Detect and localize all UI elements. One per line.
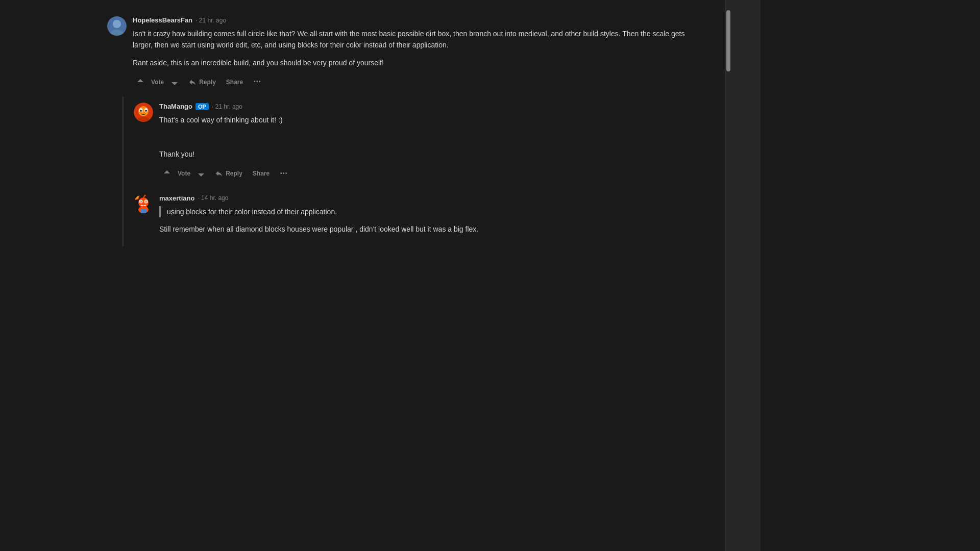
reply-button-thamango[interactable]: Reply [211, 166, 247, 181]
comment-maxertiano: 😊 maxertiano · 14 hr. ago using blocks f… [134, 188, 704, 246]
blockquote-maxertiano: using blocks for their color instead of … [159, 206, 704, 217]
downvote-button-thamango[interactable] [193, 167, 209, 180]
comment-thread: HopelessBearsFan · 21 hr. ago Isn't it c… [107, 10, 704, 246]
downvote-icon [170, 78, 179, 87]
share-button-hopeless[interactable]: Share [222, 76, 247, 89]
scrollbar-thumb[interactable] [726, 10, 730, 71]
more-options-icon: ··· [253, 77, 261, 87]
reply-icon [215, 169, 223, 178]
nested-comment-maxertiano: 😊 maxertiano · 14 hr. ago using blocks f… [122, 188, 704, 246]
avatar-maxertiano: 😊 [134, 194, 153, 214]
svg-point-17 [140, 201, 141, 202]
comment-header-hopeless: HopelessBearsFan · 21 hr. ago [133, 16, 704, 24]
comment-actions-thamango: Vote Reply [159, 165, 704, 182]
upvote-icon [136, 78, 145, 87]
right-sidebar [725, 0, 761, 551]
comment-body-hopeless: HopelessBearsFan · 21 hr. ago Isn't it c… [133, 16, 704, 90]
username-maxertiano: maxertiano [159, 194, 194, 202]
more-options-button-hopeless[interactable]: ··· [249, 73, 265, 90]
comment-hopeless: HopelessBearsFan · 21 hr. ago Isn't it c… [107, 10, 704, 96]
more-options-button-thamango[interactable]: ··· [276, 165, 291, 182]
vote-label-thamango[interactable]: Vote [177, 168, 191, 179]
comment-body-thamango: ThaMango OP · 21 hr. ago That's a cool w… [159, 103, 704, 182]
main-content: HopelessBearsFan · 21 hr. ago Isn't it c… [87, 0, 725, 551]
comment-header-maxertiano: maxertiano · 14 hr. ago [159, 194, 704, 202]
avatar-hopeless [107, 16, 127, 36]
comment-text-hopeless: Isn't it crazy how building comes full c… [133, 28, 704, 68]
svg-point-9 [145, 110, 147, 112]
username-thamango: ThaMango [159, 103, 192, 110]
downvote-icon [197, 169, 206, 178]
time-maxertiano: · 14 hr. ago [198, 194, 228, 202]
upvote-button-thamango[interactable] [159, 167, 175, 180]
comment-actions-hopeless: Vote Reply Sh [133, 73, 704, 90]
page-container: HopelessBearsFan · 21 hr. ago Isn't it c… [0, 0, 980, 551]
share-button-thamango[interactable]: Share [249, 167, 274, 180]
upvote-button-hopeless[interactable] [133, 76, 148, 89]
comment-thamango: ThaMango OP · 21 hr. ago That's a cool w… [134, 96, 704, 188]
reply-button-hopeless[interactable]: Reply [184, 75, 220, 89]
nested-comment-thamango: ThaMango OP · 21 hr. ago That's a cool w… [122, 96, 704, 188]
svg-point-18 [145, 201, 146, 202]
vote-label-hopeless[interactable]: Vote [150, 77, 165, 88]
left-sidebar [0, 0, 87, 551]
svg-point-20 [144, 194, 146, 196]
svg-point-8 [140, 110, 142, 112]
downvote-button-hopeless[interactable] [167, 76, 182, 89]
comment-text-thamango: That's a cool way of thinking about it! … [159, 114, 704, 160]
time-hopeless: · 21 hr. ago [195, 17, 226, 24]
reply-icon [188, 78, 197, 86]
more-options-icon: ··· [280, 168, 287, 179]
avatar-thamango [134, 103, 153, 122]
comment-text-maxertiano: using blocks for their color instead of … [159, 206, 704, 235]
svg-rect-22 [140, 209, 146, 213]
svg-point-1 [113, 20, 121, 28]
comment-body-maxertiano: maxertiano · 14 hr. ago using blocks for… [159, 194, 704, 240]
time-thamango: · 21 hr. ago [212, 103, 242, 110]
op-badge-thamango: OP [195, 103, 209, 110]
upvote-icon [162, 169, 172, 178]
comment-header-thamango: ThaMango OP · 21 hr. ago [159, 103, 704, 110]
scrollbar-track[interactable] [725, 10, 731, 551]
username-hopeless: HopelessBearsFan [133, 16, 192, 24]
